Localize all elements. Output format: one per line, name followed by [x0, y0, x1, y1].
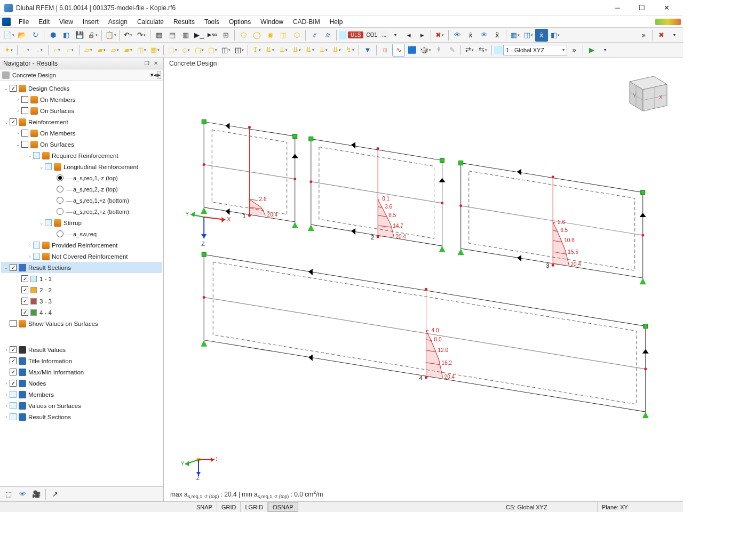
tree-ti[interactable]: Title Information [1, 355, 162, 366]
chk-ti[interactable] [10, 357, 17, 364]
tree-r-surfaces[interactable]: ⌄ On Surfaces [1, 139, 162, 150]
toolbar2-end-drop[interactable]: ▾ [599, 44, 611, 57]
chk-r-members[interactable] [21, 130, 28, 137]
chk-req-reinf[interactable] [33, 152, 40, 159]
tree-asw[interactable]: — a_sw,req [1, 228, 162, 239]
tree-a3[interactable]: — a_s,req,1,+z (bottom) [1, 195, 162, 206]
load1-button[interactable]: ↧ [250, 44, 263, 57]
tree-nd[interactable]: › Nodes [1, 378, 162, 389]
tree-dc-surfaces[interactable]: › On Surfaces [1, 105, 162, 116]
tree-req-reinf[interactable]: ⌄ Required Reinforcement [1, 150, 162, 161]
res1-button[interactable]: ⎅ [379, 44, 392, 57]
tree-rv[interactable]: › Result Values [1, 344, 162, 355]
load4-button[interactable]: ⇊ [290, 44, 303, 57]
chk-mm[interactable] [10, 369, 17, 375]
block-button[interactable]: ◧ [60, 29, 73, 42]
tree-rs[interactable]: › Result Sections [1, 411, 162, 422]
grid-button[interactable]: ⊞ [219, 29, 232, 42]
rad-a3[interactable] [57, 197, 63, 204]
surf1-button[interactable]: ▱ [82, 44, 94, 57]
chk-r-surfaces[interactable] [21, 141, 28, 148]
chk-design-checks[interactable] [10, 85, 17, 92]
sel-circle-button[interactable]: ◉ [264, 29, 276, 42]
tree-prov[interactable]: › Provided Reinforcement [1, 239, 162, 251]
new-button[interactable]: 📄 [2, 29, 15, 42]
chk-s3[interactable] [21, 298, 28, 305]
sel-lasso-button[interactable]: ⬠ [237, 29, 250, 42]
nav-tool-eye[interactable]: 👁 [16, 488, 29, 501]
navigator-dock-button[interactable]: ❐ [142, 59, 151, 68]
sec1-button[interactable]: ⇄ [463, 44, 476, 57]
surf3-button[interactable]: ▱ [108, 44, 121, 57]
load6-button[interactable]: ⇊ [317, 44, 330, 57]
chk-s2[interactable] [21, 286, 28, 293]
menu-edit[interactable]: Edit [34, 17, 54, 27]
navigator-breadcrumb[interactable]: Concrete Design ▾ ◂ ▸ [0, 69, 163, 81]
tree-vs[interactable]: › Values on Surfaces [1, 400, 162, 411]
toolbar-overflow-button[interactable]: » [637, 29, 650, 42]
lc-prev-button[interactable]: ◂ [402, 29, 415, 42]
tree-r-members[interactable]: › On Members [1, 127, 162, 139]
chk-s1[interactable] [21, 275, 28, 282]
rad-asw[interactable] [57, 230, 63, 237]
tree-notcov[interactable]: › Not Covered Reinforcement [1, 251, 162, 262]
tree-result-sections[interactable]: ⌄ Result Sections [1, 262, 162, 273]
chk-nd[interactable] [10, 380, 17, 387]
lc-swatch[interactable] [339, 31, 347, 39]
tree-s3[interactable]: 3 - 3 [1, 295, 162, 307]
chk-notcov[interactable] [33, 253, 40, 260]
chk-rv[interactable] [10, 346, 17, 353]
tree-a2[interactable]: — a_s,req,2,-z (top) [1, 183, 162, 195]
surf2-button[interactable]: ▰ [95, 44, 108, 57]
solid5-button[interactable]: ◫ [219, 44, 232, 57]
sc-button[interactable]: ▶sc [206, 29, 219, 42]
solid4-button[interactable]: ▢ [206, 44, 219, 57]
report-button[interactable]: 📋 [104, 29, 117, 42]
maximize-button[interactable]: ☐ [630, 0, 654, 16]
menu-window[interactable]: Window [256, 17, 288, 27]
redo-button[interactable]: ↷ [135, 29, 148, 42]
app-menu-icon[interactable] [2, 18, 11, 26]
load2-button[interactable]: ⇊ [264, 44, 276, 57]
sel-rect-button[interactable]: ◫ [277, 29, 290, 42]
vis-eye2-button[interactable]: 👁 [478, 29, 490, 42]
tree-mm[interactable]: Max/Min Information [1, 366, 162, 378]
tree-a1[interactable]: — a_s,req,1,-z (top) [1, 172, 162, 183]
solid1-button[interactable]: ⬚ [166, 44, 179, 57]
tree-long-reinf[interactable]: ⌄ Longitudinal Reinforcement [1, 161, 162, 172]
line1-button[interactable]: ⦦ [20, 44, 33, 57]
chk-res-sec[interactable] [10, 264, 17, 271]
chk-reinforcement[interactable] [10, 118, 17, 125]
menu-view[interactable]: View [54, 17, 78, 27]
chk-s4[interactable] [21, 309, 28, 316]
solid2-button[interactable]: ◇ [179, 44, 192, 57]
nav-tool-line[interactable]: ↗ [49, 488, 61, 501]
tree-stirrup[interactable]: ⌄ Stirrup [1, 217, 162, 228]
view-diag2-button[interactable]: ⫻ [321, 29, 334, 42]
menu-file[interactable]: File [14, 17, 34, 27]
solid3-button[interactable]: ▢ [193, 44, 205, 57]
uls-tag[interactable]: ULS [348, 31, 363, 38]
tree-show-vals[interactable]: Show Values on Surfaces [1, 318, 162, 329]
nav-tool1[interactable]: ⬚ [2, 488, 15, 501]
print-button[interactable]: 🖨 [86, 29, 99, 42]
chk-stirrup[interactable] [45, 219, 52, 226]
co-more[interactable]: ... [380, 31, 388, 38]
sec2-button[interactable]: ⇆ [476, 44, 489, 57]
status-grid[interactable]: GRID [217, 502, 241, 512]
chk-dc-surfaces[interactable] [21, 107, 28, 114]
vis-xxx1-button[interactable]: ẋ [464, 29, 477, 42]
status-osnap[interactable]: OSNAP [268, 502, 298, 512]
viewport[interactable]: Concrete Design 2.6 20.4 1 [164, 58, 683, 501]
table3-button[interactable]: ▥ [179, 29, 192, 42]
coord-combo[interactable]: 1 - Global XYZ [503, 45, 567, 55]
menu-results[interactable]: Results [169, 17, 200, 27]
chk-long-reinf[interactable] [45, 163, 52, 170]
tree-mb[interactable]: › Members [1, 389, 162, 400]
vis-global-button[interactable]: 👁 [451, 29, 464, 42]
load8-button[interactable]: ↯ [344, 44, 356, 57]
res2-button[interactable]: ∿ [392, 44, 405, 57]
breadcrumb-next[interactable]: ▸ [157, 71, 161, 79]
cancel-calc-button[interactable]: ✖ [655, 29, 667, 42]
toolbar2-overflow[interactable]: » [568, 44, 581, 57]
